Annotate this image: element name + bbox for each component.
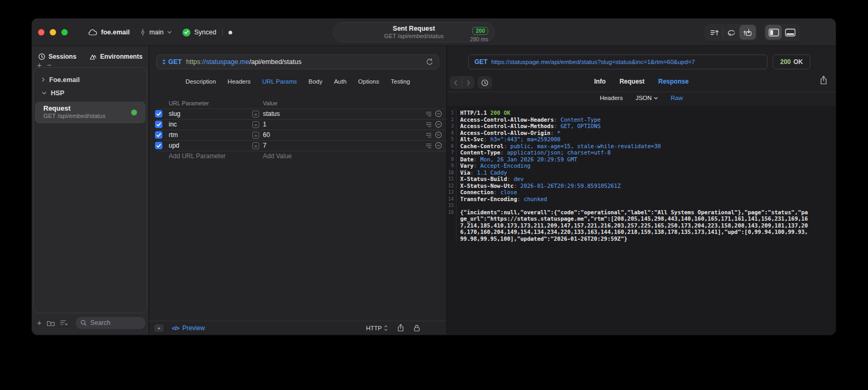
branch-name[interactable]: main bbox=[149, 29, 163, 36]
param-checkbox[interactable] bbox=[155, 121, 162, 128]
request-tab-headers[interactable]: Headers bbox=[227, 78, 250, 85]
column-header-value: Value bbox=[263, 100, 277, 106]
request-tab-options[interactable]: Options bbox=[358, 78, 379, 85]
minimize-window-button[interactable] bbox=[50, 29, 56, 35]
request-tab-testing[interactable]: Testing bbox=[391, 78, 410, 85]
request-list-item-selected[interactable]: Request GET /api/embed/status bbox=[35, 102, 145, 123]
param-name[interactable]: upd bbox=[169, 140, 179, 151]
response-tab-response[interactable]: Response bbox=[658, 78, 688, 85]
export-response-icon[interactable] bbox=[820, 76, 827, 85]
param-name[interactable]: slug bbox=[169, 108, 180, 119]
line-number: 2 bbox=[447, 116, 456, 123]
toggle-left-sidebar-button[interactable] bbox=[765, 25, 782, 40]
history-clock-icon bbox=[38, 53, 45, 60]
request-url-bar[interactable]: GET https://statuspage.me/api/embed/stat… bbox=[156, 55, 439, 69]
method-label[interactable]: GET bbox=[168, 58, 182, 66]
project-name[interactable]: foe.email bbox=[101, 29, 130, 36]
param-checkbox[interactable] bbox=[155, 110, 162, 117]
chevron-down-icon[interactable] bbox=[42, 92, 47, 95]
response-tab-info[interactable]: Info bbox=[594, 78, 606, 85]
desktop: { "titlebar": { "project": "foe.email", … bbox=[0, 0, 868, 390]
lock-icon[interactable] bbox=[414, 324, 420, 332]
sort-filter-icon[interactable] bbox=[60, 320, 68, 326]
resend-request-icon[interactable] bbox=[426, 58, 433, 66]
param-value[interactable]: 1 bbox=[263, 119, 267, 130]
response-subtab-headers[interactable]: Headers bbox=[600, 95, 623, 101]
add-value-placeholder[interactable]: Add Value bbox=[263, 151, 292, 161]
import-sync-button[interactable] bbox=[739, 25, 756, 40]
search-input[interactable] bbox=[89, 319, 141, 327]
header-colon: : bbox=[470, 169, 477, 176]
remove-param-icon[interactable] bbox=[435, 142, 442, 149]
close-window-button[interactable] bbox=[38, 29, 44, 35]
param-description-icon[interactable] bbox=[425, 132, 432, 139]
method-selector-icon[interactable] bbox=[162, 59, 166, 65]
request-tab-body[interactable]: Body bbox=[308, 78, 322, 85]
line-content: HTTP/1.1 200 OK bbox=[456, 110, 836, 116]
new-request-button[interactable]: + bbox=[37, 319, 42, 326]
remove-param-icon[interactable] bbox=[435, 131, 442, 139]
raw-response-body[interactable]: 1HTTP/1.1 200 OK2Access-Control-Allow-He… bbox=[447, 106, 836, 334]
add-param-row[interactable]: Add URL Parameter Add Value bbox=[149, 151, 446, 161]
line-number: 10 bbox=[447, 169, 456, 176]
preview-button[interactable]: </> Preview bbox=[172, 324, 205, 332]
equals-icon: = bbox=[252, 111, 259, 117]
new-folder-icon[interactable] bbox=[47, 320, 55, 326]
header-value: application/json; charset=utf-8 bbox=[507, 149, 611, 156]
request-tab-description[interactable]: Description bbox=[186, 78, 216, 85]
protocol-selector[interactable]: HTTP bbox=[366, 325, 388, 331]
sent-method: GET bbox=[474, 58, 488, 66]
tree-group-hsp[interactable]: HSP bbox=[34, 86, 147, 99]
response-line: 9Vary: Accept-Encoding bbox=[447, 162, 836, 169]
param-description-icon[interactable] bbox=[425, 111, 432, 117]
param-name[interactable]: rtm bbox=[169, 130, 178, 140]
status-dot bbox=[229, 31, 232, 34]
param-checkbox[interactable] bbox=[155, 142, 162, 149]
share-icon[interactable] bbox=[397, 324, 404, 332]
lasso-sync-button[interactable] bbox=[723, 25, 739, 40]
tab-sessions[interactable]: Sessions bbox=[38, 53, 77, 60]
add-parameter-placeholder[interactable]: Add URL Parameter bbox=[169, 151, 226, 161]
url-host[interactable]: ://statuspage.me bbox=[200, 58, 249, 66]
param-value[interactable]: status bbox=[263, 108, 280, 119]
search-field[interactable] bbox=[76, 317, 145, 329]
url-path[interactable]: /api/embed/status bbox=[249, 58, 301, 66]
request-tab-url-params[interactable]: URL Params bbox=[262, 78, 297, 85]
line-number: 11 bbox=[447, 176, 456, 183]
param-name[interactable]: inc bbox=[169, 119, 177, 130]
line-content: Date: Mon, 26 Jan 2026 20:29:59 GMT bbox=[456, 156, 836, 163]
param-value[interactable]: 60 bbox=[263, 130, 270, 140]
param-checkbox[interactable] bbox=[155, 131, 162, 139]
remove-param-icon[interactable] bbox=[435, 110, 442, 117]
protocol-label: HTTP bbox=[366, 325, 382, 331]
zoom-window-button[interactable] bbox=[61, 29, 68, 35]
toggle-console-button[interactable]: ▲ bbox=[154, 324, 163, 332]
header-colon: : bbox=[517, 196, 524, 202]
sent-request-url[interactable]: GET https://statuspage.me/api/embed/stat… bbox=[468, 55, 768, 69]
chevron-right-icon[interactable] bbox=[42, 77, 45, 82]
remove-param-icon[interactable] bbox=[435, 121, 442, 128]
tab-environments[interactable]: Environments bbox=[89, 53, 142, 60]
line-content: Transfer-Encoding: chunked bbox=[456, 196, 836, 203]
chevron-down-icon[interactable] bbox=[167, 31, 172, 34]
response-tab-request[interactable]: Request bbox=[619, 78, 644, 85]
tree-group-foe-email[interactable]: Foe.email bbox=[34, 73, 147, 86]
app-window: foe.email main Synced Sent Request GET /… bbox=[32, 19, 836, 335]
export-requests-button[interactable] bbox=[706, 25, 723, 40]
header-colon: : bbox=[504, 143, 510, 149]
param-description-icon[interactable] bbox=[425, 121, 432, 128]
url-scheme[interactable]: https bbox=[186, 58, 200, 66]
sync-status-label[interactable]: Synced bbox=[194, 29, 216, 36]
response-tabs: InfoRequestResponse bbox=[447, 78, 836, 85]
response-subtab-json[interactable]: JSON bbox=[635, 95, 658, 101]
header-name: X-Status-Now-Utc bbox=[460, 183, 514, 189]
param-description-icon[interactable] bbox=[425, 142, 432, 149]
toggle-bottom-panel-button[interactable] bbox=[782, 25, 798, 40]
header-name: Access-Control-Allow-Origin bbox=[460, 130, 551, 136]
sent-request-summary[interactable]: Sent Request GET /api/embed/status 200 2… bbox=[333, 22, 495, 42]
response-subtab-raw[interactable]: Raw bbox=[671, 95, 683, 101]
header-colon: : bbox=[514, 183, 520, 189]
param-value[interactable]: 7 bbox=[263, 140, 267, 151]
header-name: Vary bbox=[460, 162, 473, 169]
request-tab-auth[interactable]: Auth bbox=[334, 78, 346, 85]
